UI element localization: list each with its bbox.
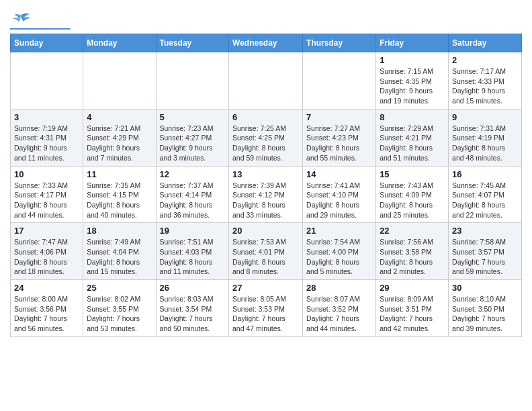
calendar-cell: 3Sunrise: 7:19 AM Sunset: 4:31 PM Daylig… [11, 109, 83, 166]
day-info: Sunrise: 7:17 AM Sunset: 4:33 PM Dayligh… [452, 66, 518, 106]
day-number: 12 [160, 169, 226, 179]
calendar-cell: 22Sunrise: 7:56 AM Sunset: 3:58 PM Dayli… [376, 223, 449, 280]
day-info: Sunrise: 8:07 AM Sunset: 3:52 PM Dayligh… [306, 294, 372, 334]
day-info: Sunrise: 7:58 AM Sunset: 3:57 PM Dayligh… [452, 237, 518, 277]
day-number: 23 [452, 226, 518, 236]
day-info: Sunrise: 7:39 AM Sunset: 4:12 PM Dayligh… [232, 181, 299, 220]
day-info: Sunrise: 8:10 AM Sunset: 3:50 PM Dayligh… [452, 294, 518, 334]
calendar-cell: 7Sunrise: 7:27 AM Sunset: 4:23 PM Daylig… [303, 109, 376, 166]
calendar-cell: 25Sunrise: 8:02 AM Sunset: 3:55 PM Dayli… [83, 280, 156, 337]
day-number: 3 [14, 112, 79, 122]
calendar-week-3: 10Sunrise: 7:33 AM Sunset: 4:17 PM Dayli… [11, 166, 522, 223]
calendar-cell: 9Sunrise: 7:31 AM Sunset: 4:19 PM Daylig… [449, 109, 522, 166]
day-number: 11 [87, 169, 152, 179]
day-number: 16 [452, 169, 518, 179]
calendar-cell: 21Sunrise: 7:54 AM Sunset: 4:00 PM Dayli… [303, 223, 376, 280]
calendar-cell: 20Sunrise: 7:53 AM Sunset: 4:01 PM Dayli… [229, 223, 303, 280]
day-number: 15 [380, 169, 445, 179]
day-info: Sunrise: 7:25 AM Sunset: 4:25 PM Dayligh… [232, 124, 299, 163]
calendar-cell: 29Sunrise: 8:09 AM Sunset: 3:51 PM Dayli… [376, 280, 449, 337]
calendar-week-1: 1Sunrise: 7:15 AM Sunset: 4:35 PM Daylig… [11, 52, 522, 109]
calendar-cell: 2Sunrise: 7:17 AM Sunset: 4:33 PM Daylig… [449, 52, 522, 109]
day-number: 30 [452, 283, 518, 293]
calendar-cell: 30Sunrise: 8:10 AM Sunset: 3:50 PM Dayli… [449, 280, 522, 337]
day-number: 13 [232, 169, 299, 179]
day-number: 26 [160, 283, 226, 293]
calendar-week-5: 24Sunrise: 8:00 AM Sunset: 3:56 PM Dayli… [11, 280, 522, 337]
day-number: 29 [380, 283, 445, 293]
calendar-cell: 13Sunrise: 7:39 AM Sunset: 4:12 PM Dayli… [229, 166, 303, 223]
day-info: Sunrise: 7:33 AM Sunset: 4:17 PM Dayligh… [14, 181, 79, 220]
day-info: Sunrise: 8:09 AM Sunset: 3:51 PM Dayligh… [380, 294, 445, 334]
calendar-cell: 12Sunrise: 7:37 AM Sunset: 4:14 PM Dayli… [156, 166, 229, 223]
day-number: 2 [452, 55, 518, 65]
calendar-cell: 10Sunrise: 7:33 AM Sunset: 4:17 PM Dayli… [11, 166, 83, 223]
calendar-cell: 23Sunrise: 7:58 AM Sunset: 3:57 PM Dayli… [449, 223, 522, 280]
col-header-saturday: Saturday [449, 34, 522, 52]
day-number: 14 [306, 169, 372, 179]
col-header-monday: Monday [83, 34, 156, 52]
calendar-cell: 8Sunrise: 7:29 AM Sunset: 4:21 PM Daylig… [376, 109, 449, 166]
calendar-cell [156, 52, 229, 109]
calendar-cell: 26Sunrise: 8:03 AM Sunset: 3:54 PM Dayli… [156, 280, 229, 337]
col-header-tuesday: Tuesday [156, 34, 229, 52]
calendar-cell [83, 52, 156, 109]
day-info: Sunrise: 7:19 AM Sunset: 4:31 PM Dayligh… [14, 124, 79, 163]
calendar-header-row: SundayMondayTuesdayWednesdayThursdayFrid… [11, 34, 522, 52]
day-info: Sunrise: 7:53 AM Sunset: 4:01 PM Dayligh… [232, 237, 299, 277]
logo-bird-icon [11, 12, 30, 27]
day-number: 28 [306, 283, 372, 293]
calendar-week-4: 17Sunrise: 7:47 AM Sunset: 4:06 PM Dayli… [11, 223, 522, 280]
day-info: Sunrise: 7:54 AM Sunset: 4:00 PM Dayligh… [306, 237, 372, 277]
day-info: Sunrise: 7:45 AM Sunset: 4:07 PM Dayligh… [452, 181, 518, 220]
calendar-cell: 4Sunrise: 7:21 AM Sunset: 4:29 PM Daylig… [83, 109, 156, 166]
day-info: Sunrise: 7:37 AM Sunset: 4:14 PM Dayligh… [160, 181, 226, 220]
day-number: 27 [232, 283, 299, 293]
calendar-cell: 16Sunrise: 7:45 AM Sunset: 4:07 PM Dayli… [449, 166, 522, 223]
day-number: 9 [452, 112, 518, 122]
day-info: Sunrise: 8:02 AM Sunset: 3:55 PM Dayligh… [87, 294, 152, 334]
calendar-cell: 14Sunrise: 7:41 AM Sunset: 4:10 PM Dayli… [303, 166, 376, 223]
calendar-cell: 15Sunrise: 7:43 AM Sunset: 4:09 PM Dayli… [376, 166, 449, 223]
calendar-cell: 11Sunrise: 7:35 AM Sunset: 4:15 PM Dayli… [83, 166, 156, 223]
calendar-week-2: 3Sunrise: 7:19 AM Sunset: 4:31 PM Daylig… [11, 109, 522, 166]
day-number: 21 [306, 226, 372, 236]
day-info: Sunrise: 7:35 AM Sunset: 4:15 PM Dayligh… [87, 181, 152, 220]
day-number: 6 [232, 112, 299, 122]
calendar-cell: 1Sunrise: 7:15 AM Sunset: 4:35 PM Daylig… [376, 52, 449, 109]
day-info: Sunrise: 7:15 AM Sunset: 4:35 PM Dayligh… [380, 66, 445, 106]
day-info: Sunrise: 8:00 AM Sunset: 3:56 PM Dayligh… [14, 294, 79, 334]
calendar-cell: 24Sunrise: 8:00 AM Sunset: 3:56 PM Dayli… [11, 280, 83, 337]
day-number: 8 [380, 112, 445, 122]
day-info: Sunrise: 7:27 AM Sunset: 4:23 PM Dayligh… [306, 124, 372, 163]
day-number: 20 [232, 226, 299, 236]
day-info: Sunrise: 7:51 AM Sunset: 4:03 PM Dayligh… [160, 237, 226, 277]
day-info: Sunrise: 7:47 AM Sunset: 4:06 PM Dayligh… [14, 237, 79, 277]
col-header-wednesday: Wednesday [229, 34, 303, 52]
day-info: Sunrise: 7:23 AM Sunset: 4:27 PM Dayligh… [160, 124, 226, 163]
day-number: 1 [380, 55, 445, 65]
day-info: Sunrise: 7:31 AM Sunset: 4:19 PM Dayligh… [452, 124, 518, 163]
day-info: Sunrise: 8:03 AM Sunset: 3:54 PM Dayligh… [160, 294, 226, 334]
day-number: 18 [87, 226, 152, 236]
calendar-cell [303, 52, 376, 109]
day-number: 10 [14, 169, 79, 179]
calendar-cell [229, 52, 303, 109]
day-number: 25 [87, 283, 152, 293]
col-header-thursday: Thursday [303, 34, 376, 52]
col-header-friday: Friday [376, 34, 449, 52]
day-info: Sunrise: 7:29 AM Sunset: 4:21 PM Dayligh… [380, 124, 445, 163]
day-number: 22 [380, 226, 445, 236]
col-header-sunday: Sunday [11, 34, 83, 52]
day-info: Sunrise: 7:21 AM Sunset: 4:29 PM Dayligh… [87, 124, 152, 163]
day-number: 7 [306, 112, 372, 122]
calendar-cell: 19Sunrise: 7:51 AM Sunset: 4:03 PM Dayli… [156, 223, 229, 280]
day-info: Sunrise: 7:41 AM Sunset: 4:10 PM Dayligh… [306, 181, 372, 220]
calendar-cell: 17Sunrise: 7:47 AM Sunset: 4:06 PM Dayli… [11, 223, 83, 280]
calendar-table: SundayMondayTuesdayWednesdayThursdayFrid… [10, 34, 522, 337]
day-number: 5 [160, 112, 226, 122]
calendar-cell: 28Sunrise: 8:07 AM Sunset: 3:52 PM Dayli… [303, 280, 376, 337]
logo [10, 12, 71, 30]
day-info: Sunrise: 7:49 AM Sunset: 4:04 PM Dayligh… [87, 237, 152, 277]
calendar-cell: 6Sunrise: 7:25 AM Sunset: 4:25 PM Daylig… [229, 109, 303, 166]
